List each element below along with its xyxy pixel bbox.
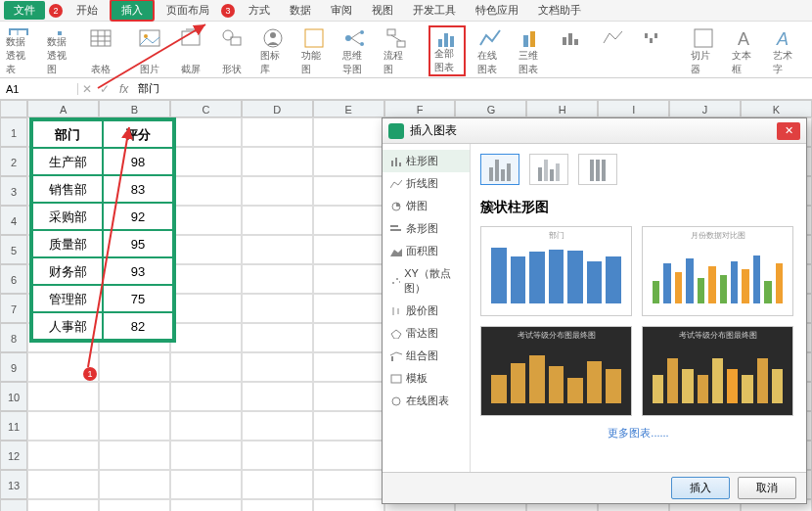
cell[interactable] bbox=[170, 441, 242, 470]
tab-insert[interactable]: 插入 bbox=[110, 0, 155, 22]
ribbon-slicer[interactable]: 切片器 bbox=[687, 25, 720, 76]
tab-home[interactable]: 开始 bbox=[68, 1, 106, 20]
cell[interactable] bbox=[313, 264, 384, 294]
ribbon-screenshot[interactable]: 截屏 bbox=[174, 25, 207, 76]
chart-type-item[interactable]: 条形图 bbox=[383, 217, 470, 240]
col-header[interactable]: I bbox=[598, 100, 669, 117]
tab-view[interactable]: 视图 bbox=[364, 1, 401, 20]
cell[interactable] bbox=[170, 323, 242, 352]
row-header[interactable]: 13 bbox=[0, 470, 27, 499]
tab-data[interactable]: 数据 bbox=[282, 1, 319, 20]
ribbon-mini-2[interactable] bbox=[597, 25, 630, 76]
row-header[interactable]: 12 bbox=[0, 441, 27, 470]
col-header[interactable]: F bbox=[384, 100, 456, 117]
col-header[interactable]: A bbox=[27, 100, 99, 117]
col-header[interactable]: H bbox=[526, 100, 598, 117]
select-all-corner[interactable] bbox=[0, 100, 27, 117]
cell[interactable] bbox=[242, 382, 313, 411]
row-header[interactable]: 3 bbox=[0, 176, 27, 206]
cell[interactable] bbox=[99, 352, 170, 382]
close-icon[interactable]: ✕ bbox=[777, 122, 800, 140]
chart-thumbnail[interactable]: 考试等级分布图最终图 bbox=[642, 326, 793, 416]
cell[interactable] bbox=[242, 176, 313, 206]
dialog-titlebar[interactable]: 插入图表 ✕ bbox=[383, 118, 806, 144]
cell[interactable] bbox=[170, 470, 242, 499]
tab-review[interactable]: 审阅 bbox=[323, 1, 360, 20]
row-header[interactable]: 9 bbox=[0, 352, 27, 382]
cell[interactable] bbox=[170, 206, 242, 235]
row-header[interactable]: 2 bbox=[0, 147, 27, 176]
cell[interactable] bbox=[242, 352, 313, 382]
chart-type-item[interactable]: 雷达图 bbox=[383, 322, 470, 345]
ribbon-pivot-table[interactable]: 数据透视表 bbox=[2, 25, 35, 76]
col-header[interactable]: E bbox=[313, 100, 384, 117]
col-header[interactable]: K bbox=[741, 100, 812, 117]
chart-variant[interactable] bbox=[529, 154, 568, 185]
cell[interactable] bbox=[170, 294, 242, 323]
row-header[interactable]: 10 bbox=[0, 382, 27, 411]
cell[interactable] bbox=[27, 499, 99, 511]
cell[interactable] bbox=[242, 470, 313, 499]
ribbon-picture[interactable]: 图片 bbox=[133, 25, 166, 76]
cell[interactable] bbox=[313, 499, 384, 511]
col-header[interactable]: D bbox=[242, 100, 313, 117]
chart-thumbnail[interactable]: 部门 bbox=[480, 226, 632, 316]
cell[interactable] bbox=[170, 147, 242, 176]
ribbon-flowchart[interactable]: 流程图 bbox=[380, 25, 413, 76]
col-header[interactable]: C bbox=[170, 100, 242, 117]
chart-type-item[interactable]: 股价图 bbox=[383, 300, 470, 322]
ribbon-mini-3[interactable] bbox=[638, 25, 671, 76]
cell[interactable] bbox=[99, 382, 170, 411]
fbar-cancel-icon[interactable]: ✕ bbox=[78, 82, 96, 96]
cell[interactable] bbox=[242, 206, 313, 235]
col-header[interactable]: G bbox=[455, 100, 526, 117]
cell[interactable] bbox=[313, 382, 384, 411]
row-header[interactable]: 7 bbox=[0, 294, 27, 323]
tab-developer[interactable]: 开发工具 bbox=[405, 1, 464, 20]
cell[interactable] bbox=[313, 294, 384, 323]
chart-type-item[interactable]: 组合图 bbox=[383, 345, 470, 367]
chart-variant[interactable] bbox=[480, 154, 519, 185]
formula-value[interactable]: 部门 bbox=[134, 81, 163, 96]
row-header[interactable]: 8 bbox=[0, 323, 27, 352]
ribbon-icon-lib[interactable]: 图标库 bbox=[256, 25, 290, 76]
chart-thumbnail[interactable]: 月份数据对比图 bbox=[642, 226, 793, 316]
name-box[interactable]: A1 bbox=[0, 83, 78, 95]
row-header[interactable]: 14 bbox=[0, 499, 27, 511]
cell[interactable] bbox=[170, 382, 242, 411]
chart-variant[interactable] bbox=[578, 154, 617, 185]
cell[interactable] bbox=[313, 117, 384, 147]
cell[interactable] bbox=[99, 411, 170, 441]
row-header[interactable]: 11 bbox=[0, 411, 27, 441]
ribbon-feature-chart[interactable]: 功能图 bbox=[297, 25, 331, 76]
cell[interactable] bbox=[313, 411, 384, 441]
chart-type-item[interactable]: XY（散点图） bbox=[383, 262, 470, 300]
ribbon-all-charts[interactable]: 全部图表 bbox=[429, 25, 466, 76]
cell[interactable] bbox=[313, 206, 384, 235]
cell[interactable] bbox=[27, 441, 99, 470]
tab-doc-helper[interactable]: 文档助手 bbox=[530, 1, 589, 20]
chart-type-item[interactable]: 折线图 bbox=[383, 172, 470, 195]
col-header[interactable]: B bbox=[99, 100, 170, 117]
cell[interactable] bbox=[242, 264, 313, 294]
chart-type-item[interactable]: 面积图 bbox=[383, 240, 470, 262]
cell[interactable] bbox=[170, 352, 242, 382]
cell[interactable] bbox=[242, 147, 313, 176]
chart-type-item[interactable]: 在线图表 bbox=[383, 390, 470, 412]
ribbon-online-chart[interactable]: 在线图表 bbox=[474, 25, 507, 76]
ribbon-pivot-chart[interactable]: 数据透视图 bbox=[43, 25, 76, 76]
row-header[interactable]: 4 bbox=[0, 206, 27, 235]
tab-formulas[interactable]: 方式 bbox=[241, 1, 278, 20]
ribbon-shapes[interactable]: 形状 bbox=[215, 25, 248, 76]
cell[interactable] bbox=[170, 264, 242, 294]
ribbon-3d-chart[interactable]: 三维图表 bbox=[515, 25, 548, 76]
ribbon-wordart[interactable]: A艺术字 bbox=[769, 25, 802, 76]
cell[interactable] bbox=[242, 294, 313, 323]
cell[interactable] bbox=[99, 470, 170, 499]
cell[interactable] bbox=[242, 235, 313, 264]
cell[interactable] bbox=[170, 117, 242, 147]
fx-label[interactable]: fx bbox=[113, 82, 134, 96]
cell[interactable] bbox=[170, 499, 242, 511]
cell[interactable] bbox=[313, 352, 384, 382]
cell[interactable] bbox=[242, 499, 313, 511]
